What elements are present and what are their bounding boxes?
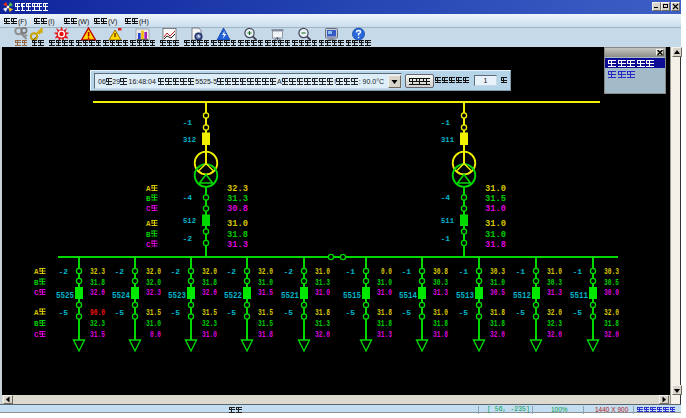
svg-text:A: A [146, 185, 151, 193]
svg-text:-1: -1 [572, 267, 582, 276]
svg-text:31.8: 31.8 [377, 308, 392, 318]
svg-text:-5: -5 [58, 308, 68, 317]
svg-text:30.3: 30.3 [547, 278, 562, 288]
svg-text:31.8: 31.8 [227, 230, 248, 240]
svg-text:B: B [146, 195, 151, 203]
svg-text:30.0: 30.0 [604, 288, 619, 298]
svg-text:-1: -1 [440, 118, 450, 127]
svg-text:32.3: 32.3 [547, 319, 562, 329]
svg-text:-5: -5 [226, 308, 236, 317]
svg-text:31.0: 31.0 [485, 219, 506, 229]
svg-text:511: 511 [441, 216, 454, 225]
svg-text:-2: -2 [283, 267, 293, 276]
svg-text:-2: -2 [58, 267, 68, 276]
svg-text:31.8: 31.8 [485, 240, 506, 250]
svg-text:30.5: 30.5 [604, 278, 619, 288]
svg-text:31.8: 31.8 [490, 319, 505, 329]
svg-text:5522: 5522 [224, 291, 242, 301]
svg-text:31.0: 31.0 [485, 184, 506, 194]
svg-text:31.0: 31.0 [377, 288, 392, 298]
svg-text:-5: -5 [345, 308, 355, 317]
svg-text:A: A [146, 220, 151, 228]
svg-text:-5: -5 [114, 308, 124, 317]
svg-text:30.8: 30.8 [433, 267, 448, 277]
svg-text:5523: 5523 [168, 291, 186, 301]
svg-text:311: 311 [441, 135, 454, 144]
svg-text:31.0: 31.0 [485, 230, 506, 240]
svg-text:5513: 5513 [456, 291, 474, 301]
svg-text:31.0: 31.0 [202, 330, 217, 340]
svg-text:0.0: 0.0 [381, 267, 392, 277]
svg-text:30.5: 30.5 [490, 288, 505, 298]
svg-text:-2: -2 [114, 267, 124, 276]
svg-text:-1: -1 [182, 118, 192, 127]
svg-text:32.3: 32.3 [90, 267, 105, 277]
svg-text:5521: 5521 [281, 291, 299, 301]
svg-text:31.0: 31.0 [258, 278, 273, 288]
svg-text:-4: -4 [440, 193, 450, 202]
svg-text:32.0: 32.0 [604, 330, 619, 340]
svg-text:31.0: 31.0 [547, 267, 562, 277]
svg-text:31.0: 31.0 [433, 308, 448, 318]
svg-text:32.0: 32.0 [90, 288, 105, 298]
svg-text:C: C [146, 241, 151, 249]
svg-text:-1: -1 [515, 267, 525, 276]
svg-text:-5: -5 [572, 308, 582, 317]
svg-text:30.3: 30.3 [490, 267, 505, 277]
svg-text:-1: -1 [345, 267, 355, 276]
svg-text:A: A [34, 268, 39, 276]
svg-text:B: B [146, 231, 151, 239]
svg-text:31.5: 31.5 [146, 308, 161, 318]
svg-text:-2: -2 [170, 267, 180, 276]
svg-text:31.8: 31.8 [202, 278, 217, 288]
svg-text:-1: -1 [458, 267, 468, 276]
svg-text:31.5: 31.5 [258, 308, 273, 318]
svg-text:31.0: 31.0 [315, 267, 330, 277]
svg-text:32.0: 32.0 [146, 278, 161, 288]
svg-text:31.8: 31.8 [604, 319, 619, 329]
svg-text:512: 512 [183, 216, 196, 225]
svg-text:C: C [34, 331, 39, 339]
svg-text:30.3: 30.3 [604, 267, 619, 277]
svg-text:31.3: 31.3 [315, 278, 330, 288]
svg-text:32.3: 32.3 [227, 184, 248, 194]
svg-text:31.5: 31.5 [90, 330, 105, 340]
svg-text:31.0: 31.0 [227, 219, 248, 229]
svg-text:31.8: 31.8 [377, 319, 392, 329]
svg-text:A: A [34, 309, 39, 317]
svg-text:32.0: 32.0 [202, 267, 217, 277]
svg-text:32.3: 32.3 [146, 288, 161, 298]
svg-text:32.0: 32.0 [258, 267, 273, 277]
svg-text:-5: -5 [458, 308, 468, 317]
svg-text:0.0: 0.0 [150, 330, 161, 340]
svg-text:B: B [34, 320, 39, 328]
svg-text:5525: 5525 [56, 291, 74, 301]
svg-text:31.3: 31.3 [547, 288, 562, 298]
svg-text:31.5: 31.5 [258, 288, 273, 298]
svg-text:31.8: 31.8 [490, 308, 505, 318]
svg-text:31.8: 31.8 [90, 278, 105, 288]
svg-text:90.0: 90.0 [90, 308, 105, 318]
svg-text:31.8: 31.8 [258, 330, 273, 340]
svg-text:5515: 5515 [343, 291, 361, 301]
svg-text:31.8: 31.8 [433, 330, 448, 340]
svg-text:5524: 5524 [112, 291, 130, 301]
svg-text:31.3: 31.3 [377, 330, 392, 340]
svg-text:-1: -1 [440, 234, 450, 243]
svg-text:32.0: 32.0 [604, 308, 619, 318]
svg-text:-4: -4 [182, 193, 192, 202]
svg-text:32.3: 32.3 [202, 319, 217, 329]
svg-text:32.0: 32.0 [202, 288, 217, 298]
svg-text:32.0: 32.0 [146, 267, 161, 277]
svg-text:32.0: 32.0 [547, 308, 562, 318]
svg-text:31.0: 31.0 [377, 278, 392, 288]
svg-text:30.3: 30.3 [433, 278, 448, 288]
svg-text:C: C [146, 205, 151, 213]
svg-text:-2: -2 [226, 267, 236, 276]
svg-text:31.8: 31.8 [433, 319, 448, 329]
svg-text:32.0: 32.0 [315, 330, 330, 340]
svg-text:-1: -1 [401, 267, 411, 276]
svg-text:32.0: 32.0 [490, 330, 505, 340]
svg-text:5512: 5512 [513, 291, 531, 301]
svg-text:31.3: 31.3 [227, 240, 248, 250]
